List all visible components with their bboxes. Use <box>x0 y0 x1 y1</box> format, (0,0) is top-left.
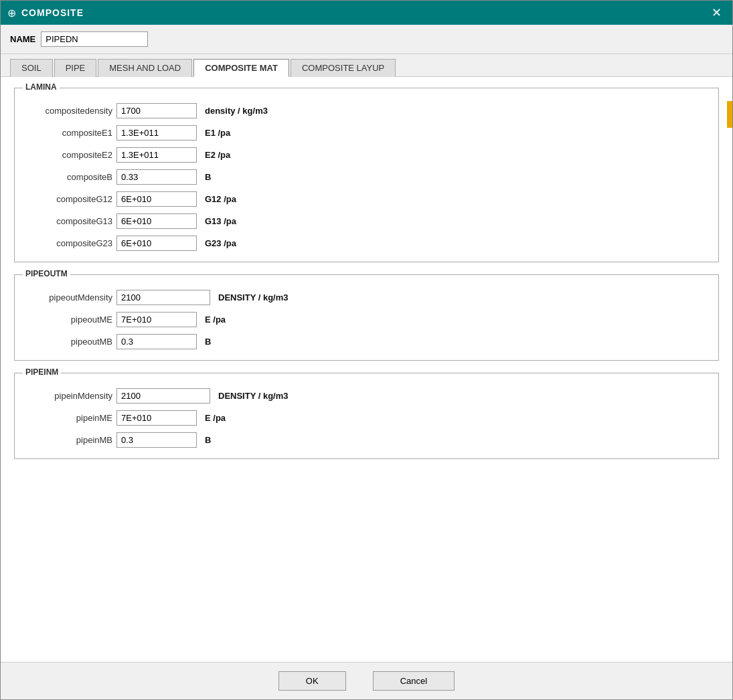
unit-pipeinMdensity: DENSITY / kg/m3 <box>218 391 289 401</box>
field-row-pipeinMdensity: pipeinMdensity DENSITY / kg/m3 <box>25 388 708 404</box>
field-row-pipeoutMB: pipeoutMB B <box>25 334 708 349</box>
composite-icon: ⊕ <box>7 7 16 19</box>
label-compositeG23: compositeG23 <box>25 238 112 248</box>
label-pipeinME: pipeinME <box>25 413 112 423</box>
field-row-compositeG13: compositeG13 G13 /pa <box>25 213 708 229</box>
label-pipeoutME: pipeoutME <box>25 315 112 325</box>
unit-pipeoutME: E /pa <box>205 315 226 325</box>
pipeoutm-section: PIPEOUTM pipeoutMdensity DENSITY / kg/m3… <box>14 274 719 361</box>
tab-soil[interactable]: SOIL <box>10 59 53 77</box>
field-row-pipeoutMdensity: pipeoutMdensity DENSITY / kg/m3 <box>25 290 708 305</box>
name-row: NAME <box>1 25 732 54</box>
input-pipeoutMdensity[interactable] <box>116 290 210 305</box>
field-row-compositeB: compositeB B <box>25 169 708 185</box>
input-pipeinMB[interactable] <box>116 432 197 448</box>
unit-compositeG23: G23 /pa <box>205 238 236 248</box>
label-pipeinMB: pipeinMB <box>25 435 112 445</box>
tab-mesh-and-load[interactable]: MESH AND LOAD <box>98 59 192 77</box>
title-bar: ⊕ COMPOSITE ✕ <box>1 1 732 25</box>
input-compositedensity[interactable] <box>116 103 197 118</box>
ok-button[interactable]: OK <box>278 671 346 691</box>
unit-pipeoutMdensity: DENSITY / kg/m3 <box>218 292 289 302</box>
input-pipeoutMB[interactable] <box>116 334 197 349</box>
field-row-compositedensity: compositedensity density / kg/m3 <box>25 103 708 118</box>
unit-compositeG12: G12 /pa <box>205 194 236 204</box>
dialog-title: COMPOSITE <box>21 7 84 18</box>
unit-pipeinME: E /pa <box>205 413 226 423</box>
close-button[interactable]: ✕ <box>707 3 726 22</box>
input-compositeG12[interactable] <box>116 191 197 207</box>
unit-compositeE1: E1 /pa <box>205 128 230 138</box>
unit-compositedensity: density / kg/m3 <box>205 106 268 116</box>
field-row-pipeoutME: pipeoutME E /pa <box>25 312 708 327</box>
composite-dialog: ⊕ COMPOSITE ✕ NAME SOIL PIPE MESH AND LO… <box>0 0 733 700</box>
content-area: LAMINA compositedensity density / kg/m3 … <box>1 77 732 662</box>
field-row-pipeinME: pipeinME E /pa <box>25 410 708 426</box>
field-row-compositeE2: compositeE2 E2 /pa <box>25 147 708 163</box>
field-row-compositeG23: compositeG23 G23 /pa <box>25 236 708 251</box>
unit-pipeoutMB: B <box>205 337 211 347</box>
label-compositeG12: compositeG12 <box>25 194 112 204</box>
input-compositeB[interactable] <box>116 169 197 185</box>
tab-composite-layup[interactable]: COMPOSITE LAYUP <box>291 59 396 77</box>
tab-composite-mat[interactable]: COMPOSITE MAT <box>193 59 289 77</box>
name-label: NAME <box>10 34 35 44</box>
input-pipeoutME[interactable] <box>116 312 197 327</box>
input-pipeinME[interactable] <box>116 410 197 426</box>
label-compositeE1: compositeE1 <box>25 128 112 138</box>
cancel-button[interactable]: Cancel <box>373 671 455 691</box>
label-compositedensity: compositedensity <box>25 106 112 116</box>
label-pipeinMdensity: pipeinMdensity <box>25 391 112 401</box>
scrollbar-accent <box>727 101 732 128</box>
field-row-compositeG12: compositeG12 G12 /pa <box>25 191 708 207</box>
lamina-title: LAMINA <box>23 82 60 92</box>
tab-pipe[interactable]: PIPE <box>54 59 97 77</box>
label-pipeoutMdensity: pipeoutMdensity <box>25 292 112 302</box>
tabs-row: SOIL PIPE MESH AND LOAD COMPOSITE MAT CO… <box>1 54 732 77</box>
label-compositeE2: compositeE2 <box>25 150 112 160</box>
field-row-pipeinMB: pipeinMB B <box>25 432 708 448</box>
input-compositeG23[interactable] <box>116 236 197 251</box>
name-input[interactable] <box>41 31 148 47</box>
lamina-section: LAMINA compositedensity density / kg/m3 … <box>14 88 719 262</box>
input-compositeE1[interactable] <box>116 125 197 141</box>
unit-compositeG13: G13 /pa <box>205 216 236 226</box>
input-compositeE2[interactable] <box>116 147 197 163</box>
unit-compositeB: B <box>205 172 211 182</box>
unit-pipeinMB: B <box>205 435 211 445</box>
field-row-compositeE1: compositeE1 E1 /pa <box>25 125 708 141</box>
pipeinm-section: PIPEINM pipeinMdensity DENSITY / kg/m3 p… <box>14 373 719 459</box>
input-compositeG13[interactable] <box>116 213 197 229</box>
label-pipeoutMB: pipeoutMB <box>25 337 112 347</box>
label-compositeG13: compositeG13 <box>25 216 112 226</box>
label-compositeB: compositeB <box>25 172 112 182</box>
title-bar-left: ⊕ COMPOSITE <box>7 7 84 19</box>
bottom-bar: OK Cancel <box>1 662 732 699</box>
pipeoutm-title: PIPEOUTM <box>23 269 70 278</box>
input-pipeinMdensity[interactable] <box>116 388 210 404</box>
unit-compositeE2: E2 /pa <box>205 150 230 160</box>
pipeinm-title: PIPEINM <box>23 367 61 377</box>
